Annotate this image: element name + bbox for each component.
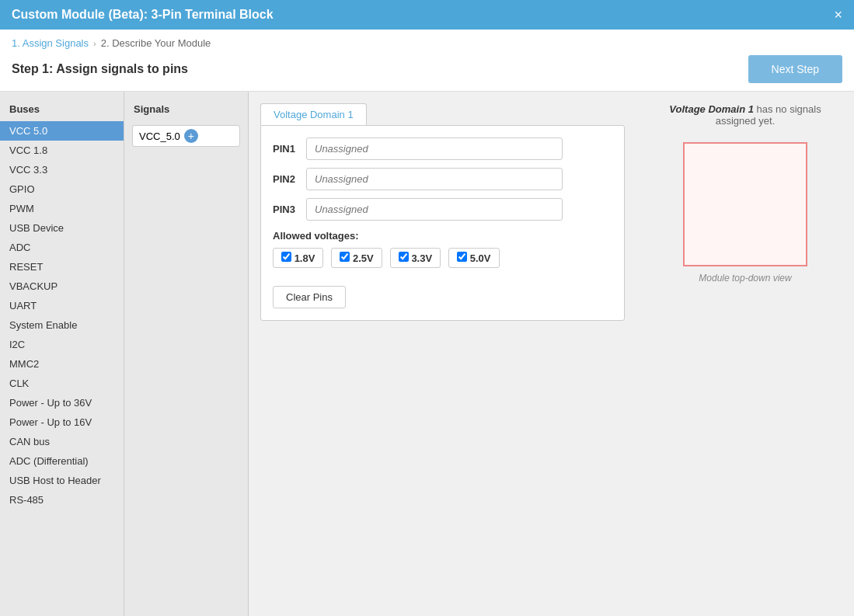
bus-item[interactable]: RESET bbox=[0, 257, 124, 277]
signals-panel: Signals VCC_5.0+ bbox=[124, 92, 249, 616]
step1-breadcrumb[interactable]: 1. Assign Signals bbox=[12, 37, 89, 49]
pin-row: PIN3 bbox=[273, 198, 612, 221]
module-preview bbox=[683, 142, 807, 266]
pin-input[interactable] bbox=[306, 198, 563, 221]
bus-item[interactable]: ADC bbox=[0, 238, 124, 257]
pin-row: PIN1 bbox=[273, 137, 612, 160]
bus-item[interactable]: VCC 1.8 bbox=[0, 141, 124, 160]
pin-label: PIN1 bbox=[273, 143, 300, 155]
bus-item[interactable]: VCC 3.3 bbox=[0, 160, 124, 179]
pin-label: PIN2 bbox=[273, 173, 300, 185]
pin-input[interactable] bbox=[306, 168, 563, 190]
buses-panel-title: Buses bbox=[0, 99, 124, 121]
bus-item[interactable]: GPIO bbox=[0, 179, 124, 199]
signals-panel-title: Signals bbox=[124, 99, 248, 121]
voltage-label: 3.3V bbox=[411, 252, 432, 264]
right-info-panel: Voltage Domain 1 has no signals assigned… bbox=[636, 92, 854, 616]
bus-item[interactable]: CAN bus bbox=[0, 432, 124, 451]
bus-item[interactable]: USB Device bbox=[0, 218, 124, 238]
bus-item[interactable]: Power - Up to 36V bbox=[0, 393, 124, 412]
pin-label: PIN3 bbox=[273, 204, 300, 215]
clear-pins-button[interactable]: Clear Pins bbox=[273, 286, 346, 308]
next-step-button[interactable]: Next Step bbox=[748, 55, 842, 83]
buses-panel: Buses VCC 5.0VCC 1.8VCC 3.3GPIOPWMUSB De… bbox=[0, 92, 124, 616]
domain-area: Voltage Domain 1 PIN1 PIN2 PIN3 Allowed … bbox=[249, 92, 636, 616]
bus-item[interactable]: UART bbox=[0, 296, 124, 315]
allowed-voltages-label: Allowed voltages: bbox=[273, 230, 612, 242]
voltage-label: 2.5V bbox=[353, 252, 374, 264]
breadcrumb: 1. Assign Signals › 2. Describe Your Mod… bbox=[12, 37, 842, 49]
close-button[interactable]: × bbox=[834, 8, 842, 22]
bus-item[interactable]: CLK bbox=[0, 374, 124, 393]
add-signal-button[interactable]: + bbox=[184, 129, 198, 143]
bus-item[interactable]: RS-485 bbox=[0, 490, 124, 510]
module-view-label: Module top-down view bbox=[699, 273, 791, 284]
signal-label: VCC_5.0 bbox=[139, 131, 180, 142]
pin-rows: PIN1 PIN2 PIN3 bbox=[273, 137, 612, 221]
domain-content: PIN1 PIN2 PIN3 Allowed voltages: 1.8V 2.… bbox=[260, 125, 625, 321]
pin-row: PIN2 bbox=[273, 168, 612, 190]
title-bar: Custom Module (Beta): 3-Pin Terminal Blo… bbox=[0, 0, 854, 30]
step2-breadcrumb[interactable]: 2. Describe Your Module bbox=[101, 37, 211, 49]
bus-item[interactable]: VBACKUP bbox=[0, 277, 124, 296]
voltage-checkbox[interactable] bbox=[457, 252, 467, 262]
voltage-checkbox-item[interactable]: 1.8V bbox=[273, 248, 323, 268]
voltage-checkbox-item[interactable]: 3.3V bbox=[390, 248, 441, 268]
bus-item[interactable]: VCC 5.0 bbox=[0, 121, 124, 141]
bus-item[interactable]: PWM bbox=[0, 199, 124, 218]
pin-input[interactable] bbox=[306, 137, 563, 160]
signal-chip[interactable]: VCC_5.0+ bbox=[132, 125, 240, 147]
domain-name-label: Voltage Domain 1 bbox=[669, 103, 754, 115]
main-content: Buses VCC 5.0VCC 1.8VCC 3.3GPIOPWMUSB De… bbox=[0, 92, 854, 616]
bus-item[interactable]: ADC (Differential) bbox=[0, 451, 124, 471]
breadcrumb-area: 1. Assign Signals › 2. Describe Your Mod… bbox=[0, 30, 854, 92]
bus-item[interactable]: Power - Up to 16V bbox=[0, 412, 124, 432]
domain-info-text: Voltage Domain 1 has no signals assigned… bbox=[648, 103, 842, 127]
domain-tab[interactable]: Voltage Domain 1 bbox=[260, 103, 367, 125]
voltage-checkboxes: 1.8V 2.5V 3.3V 5.0V bbox=[273, 248, 612, 274]
step-title-bar: Step 1: Assign signals to pins Next Step bbox=[12, 55, 842, 91]
voltage-checkbox[interactable] bbox=[281, 252, 291, 262]
voltage-checkbox[interactable] bbox=[399, 252, 409, 262]
step-title: Step 1: Assign signals to pins bbox=[12, 62, 188, 76]
signal-list: VCC_5.0+ bbox=[124, 125, 248, 147]
voltage-checkbox-item[interactable]: 2.5V bbox=[331, 248, 382, 268]
bus-item[interactable]: System Enable bbox=[0, 315, 124, 335]
bus-item[interactable]: I2C bbox=[0, 335, 124, 354]
bus-item[interactable]: USB Host to Header bbox=[0, 471, 124, 490]
chevron-icon: › bbox=[93, 39, 96, 48]
allowed-voltages: Allowed voltages: 1.8V 2.5V 3.3V 5.0V bbox=[273, 230, 612, 274]
bus-list: VCC 5.0VCC 1.8VCC 3.3GPIOPWMUSB DeviceAD… bbox=[0, 121, 124, 510]
voltage-checkbox[interactable] bbox=[340, 252, 350, 262]
voltage-checkbox-item[interactable]: 5.0V bbox=[448, 248, 499, 268]
dialog-title: Custom Module (Beta): 3-Pin Terminal Blo… bbox=[12, 8, 274, 22]
voltage-label: 5.0V bbox=[470, 252, 491, 264]
bus-item[interactable]: MMC2 bbox=[0, 354, 124, 374]
voltage-label: 1.8V bbox=[295, 252, 315, 264]
